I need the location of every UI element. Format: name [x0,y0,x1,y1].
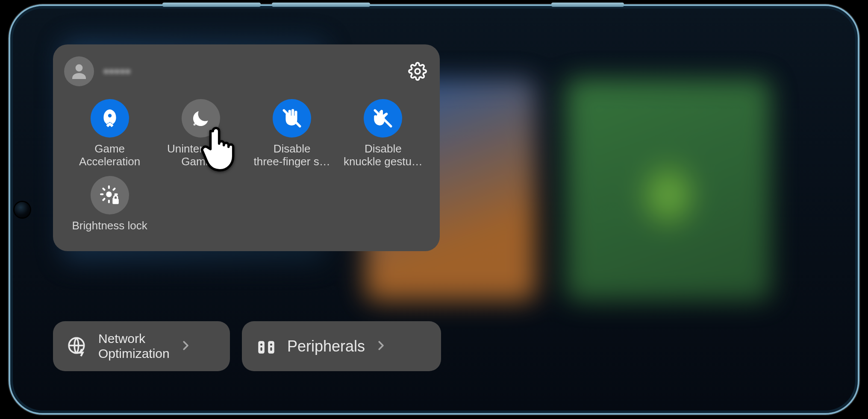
avatar-icon [69,61,89,82]
phone-frame: ••••• GameAcceleration UninterruptedGa [9,4,859,415]
moon-icon [182,99,220,138]
three-finger-off-icon [273,99,311,138]
svg-line-11 [103,188,104,190]
card-network-optimization[interactable]: NetworkOptimization [53,321,230,371]
username: ••••• [103,63,131,80]
tile-uninterrupted-gaming[interactable]: UninterruptedGaming [155,97,246,170]
power-button [551,3,624,7]
card-label: NetworkOptimization [98,331,170,361]
tile-disable-three-finger[interactable]: Disablethree-finger s… [247,97,338,170]
bottom-row: NetworkOptimization Peripherals [53,321,441,371]
front-camera [15,202,30,217]
svg-point-3 [193,123,195,126]
avatar[interactable] [64,56,94,86]
tile-label: Brightness lock [72,220,147,232]
svg-rect-15 [112,199,119,204]
card-peripherals[interactable]: Peripherals [242,321,441,371]
svg-line-14 [113,188,115,190]
volume-down-button [272,3,370,7]
settings-button[interactable] [406,60,429,82]
tile-label: UninterruptedGaming [167,143,235,168]
globe-bolt-icon [66,335,89,358]
tile-disable-knuckle[interactable]: Disableknuckle gestu… [338,97,429,170]
svg-point-0 [76,64,83,72]
game-assistant-panel: ••••• GameAcceleration UninterruptedGa [53,44,440,251]
svg-rect-22 [270,347,272,351]
tiles-grid: GameAcceleration UninterruptedGaming Dis… [64,97,429,234]
svg-line-13 [103,199,104,200]
gear-icon [408,62,427,81]
tile-label: Disableknuckle gestu… [344,143,423,168]
tile-label: Disablethree-finger s… [254,143,330,168]
svg-point-20 [270,343,272,346]
tile-brightness-lock[interactable]: Brightness lock [64,174,155,234]
brightness-lock-icon [91,176,129,214]
knuckle-off-icon [364,99,402,138]
rocket-icon [91,99,129,138]
card-label: Peripherals [287,337,365,355]
controller-icon [255,335,278,358]
svg-rect-21 [260,347,262,351]
chevron-right-icon [179,339,192,354]
svg-point-19 [260,343,262,346]
panel-header: ••••• [64,56,429,86]
tile-label: GameAcceleration [79,143,140,168]
svg-point-6 [106,191,112,197]
chevron-right-icon [374,339,387,354]
svg-point-1 [415,69,420,74]
volume-up-button [162,3,261,7]
tile-game-acceleration[interactable]: GameAcceleration [64,97,155,170]
